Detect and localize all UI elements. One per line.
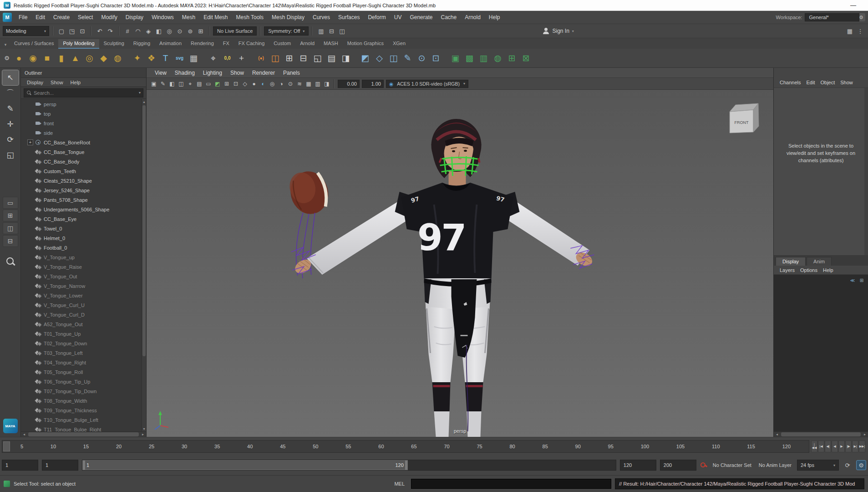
new-scene-icon[interactable]: ▢ [56, 26, 66, 36]
distance-tool-icon[interactable]: + [234, 51, 249, 66]
resolution-gate-icon[interactable]: ▭ [204, 79, 213, 88]
outliner-item[interactable]: Jersey_5246_Shape [21, 185, 142, 195]
menu-item[interactable]: Help [485, 12, 504, 23]
quad-draw-icon[interactable]: ⊡ [429, 51, 443, 66]
menu-item[interactable]: Display [122, 12, 147, 23]
animation-end-field[interactable]: 200 [660, 460, 696, 471]
uv-snapshot-icon[interactable]: ⊠ [519, 51, 533, 66]
command-line-input[interactable] [411, 479, 611, 489]
time-slider[interactable]: 5101520253035404550556065707580859095100… [2, 440, 809, 453]
safe-title-icon[interactable]: ⊡ [231, 79, 240, 88]
snap-to-curve-icon[interactable]: ◠ [133, 26, 143, 36]
outliner-item[interactable]: Football_0 [21, 243, 142, 252]
snap-to-point-icon[interactable]: ◈ [143, 26, 153, 36]
outliner-item[interactable]: CC_Base_Body [21, 157, 142, 166]
viewport-menu-item[interactable]: Renderer [249, 69, 279, 77]
extrude-icon[interactable]: ◩ [358, 51, 372, 66]
layered-shape-icon[interactable]: ◫ [268, 51, 282, 66]
outliner-item[interactable]: V_Tongue_Raise [21, 262, 142, 272]
textured-mode-icon[interactable]: ◐ [259, 79, 268, 88]
outliner-item[interactable]: T02_Tongue_Down [21, 338, 142, 348]
field-chart-icon[interactable]: ▤ [195, 79, 204, 88]
outliner-item[interactable]: V_Tongue_Lower [21, 291, 142, 300]
shelf-icon[interactable] [443, 51, 448, 66]
svg-tool-icon[interactable]: svg [173, 51, 187, 66]
bridge-icon[interactable]: ◫ [386, 51, 401, 66]
more-options-icon[interactable]: ⋮ [855, 26, 865, 36]
step-forward-frame-button[interactable]: ▶| [852, 441, 858, 452]
input-operations-icon[interactable]: ▥ [316, 26, 326, 36]
bevel-icon[interactable]: ◇ [372, 51, 386, 66]
depth-peel-icon[interactable]: ▥ [313, 79, 322, 88]
snap-to-center-icon[interactable]: ⊙ [175, 26, 185, 36]
layer-editor-horizontal-scrollbar[interactable]: ◂ ▸ [774, 431, 868, 437]
motion-blur-icon[interactable]: ≋ [295, 79, 304, 88]
shelf-icon[interactable] [249, 51, 254, 66]
camera-lock-icon[interactable]: ◧ [168, 79, 177, 88]
go-to-end-button[interactable]: ▶▶| [859, 441, 865, 452]
poly-cylinder-icon[interactable]: ▮ [54, 51, 68, 66]
channel-box-menu-item[interactable]: Show [838, 79, 855, 86]
scroll-left-icon[interactable]: ◂ [774, 432, 780, 436]
expand-toggle[interactable]: + [27, 139, 33, 145]
boolean-union-icon[interactable]: ◱ [310, 51, 325, 66]
layer-editor-list[interactable]: ≪⊞ [774, 275, 868, 431]
single-pane-layout-button[interactable]: ▭ [3, 197, 18, 209]
menu-item[interactable]: Edit [31, 12, 49, 23]
two-pane-stacked-layout-button[interactable]: ⊟ [3, 235, 18, 247]
step-forward-key-button[interactable]: |▶ [845, 441, 852, 452]
shelf-tab[interactable]: MASH [319, 39, 343, 49]
outliner-item[interactable]: Cleats_25210_Shape [21, 176, 142, 185]
platonic-solid-icon[interactable]: ✦ [130, 51, 144, 66]
playback-range[interactable]: 1 120 [82, 460, 408, 470]
search-field[interactable]: ▾ [24, 88, 143, 97]
combine-mesh-icon[interactable]: ⊞ [282, 51, 296, 66]
smooth-mesh-icon[interactable]: ▤ [325, 51, 339, 66]
shelf-icon[interactable] [125, 51, 130, 66]
outliner-item[interactable]: front [21, 118, 142, 128]
select-tool[interactable]: ↖ [2, 70, 19, 85]
shelf-tab[interactable]: Poly Modeling [58, 39, 99, 49]
menu-set-select[interactable]: Modeling ▾ [3, 26, 49, 36]
snap-view-plane-icon[interactable]: ⊞ [196, 26, 206, 36]
layer-editor-menu-item[interactable]: Layers [777, 266, 797, 274]
step-back-key-button[interactable]: ◀| [825, 441, 831, 452]
playback-start-field[interactable]: 1 [42, 460, 78, 471]
origin-locator-icon[interactable]: 0,0 [220, 51, 234, 66]
layer-editor-menu-item[interactable]: Help [821, 266, 836, 274]
range-slider[interactable]: 1 120 [82, 460, 616, 471]
select-highlight-icon[interactable]: ▣ [149, 79, 158, 88]
poly-sphere-icon[interactable]: ● [12, 51, 26, 66]
workspace-select[interactable]: General* [805, 13, 859, 21]
outliner-item[interactable]: T10_Tongue_Bulge_Left [21, 415, 142, 425]
scroll-right-icon[interactable]: ▸ [140, 432, 146, 436]
outliner-item[interactable]: CC_Base_Eye [21, 214, 142, 224]
viewport-canvas[interactable]: 97 97 97 [147, 90, 773, 437]
maya-home-icon[interactable]: M [3, 13, 12, 22]
bookmarks-icon[interactable]: ⌖ [186, 79, 195, 88]
shelf-editor-icon[interactable]: ⚙ [2, 53, 12, 63]
construction-grid-icon[interactable]: ▦ [187, 51, 201, 66]
anim-layer-select[interactable]: No Anim Layer [757, 462, 793, 468]
uv-automatic-icon[interactable]: ▩ [462, 51, 477, 66]
caret-down-icon[interactable]: ▾ [139, 91, 141, 95]
step-back-frame-button[interactable]: |◀ [818, 441, 824, 452]
viewport-menu-item[interactable]: Show [227, 69, 248, 77]
snap-to-plane-icon[interactable]: ◧ [154, 26, 164, 36]
outliner-menu-item[interactable]: Show [47, 79, 66, 86]
shelf-menu-icon[interactable]: ▾ [2, 42, 9, 49]
mirror-geometry-icon[interactable]: ◨ [339, 51, 353, 66]
outliner-item[interactable]: T03_Tongue_Left [21, 348, 142, 358]
construction-history-icon[interactable]: ⊟ [326, 26, 336, 36]
type-tool-icon[interactable]: T [158, 51, 173, 66]
uv-spherical-icon[interactable]: ◍ [491, 51, 505, 66]
search-input[interactable] [34, 90, 137, 96]
channel-box-menu-item[interactable]: Channels [777, 79, 803, 86]
shelf-tab[interactable]: XGen [388, 39, 410, 49]
go-to-start-button[interactable]: |◀◀ [811, 441, 817, 452]
outliner-item[interactable]: T04_Tongue_Right [21, 358, 142, 367]
layer-editor-tab[interactable]: Display [776, 257, 806, 266]
shelf-icon[interactable] [201, 51, 206, 66]
panel-grid-icon[interactable]: ▦ [845, 26, 855, 36]
shelf-tab[interactable]: Animation [155, 39, 186, 49]
